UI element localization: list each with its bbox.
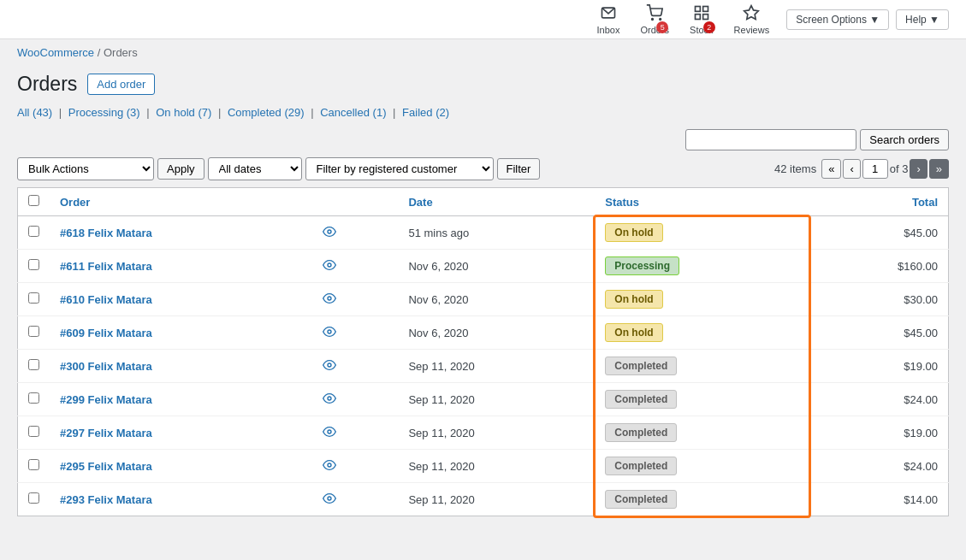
order-link[interactable]: #293 Felix Matara	[60, 493, 152, 506]
eye-icon[interactable]	[323, 495, 336, 508]
date-cell: Sep 11, 2020	[398, 350, 595, 383]
eye-icon[interactable]	[323, 428, 336, 441]
last-page-button[interactable]: »	[929, 159, 949, 179]
filter-completed[interactable]: Completed (29)	[228, 106, 305, 119]
svg-point-13	[328, 397, 331, 400]
eye-cell	[305, 483, 399, 516]
content: Orders Add order All (43) | Processing (…	[0, 73, 966, 533]
order-cell: #300 Felix Matara	[50, 350, 305, 383]
page-title: Orders	[17, 73, 77, 96]
select-all-checkbox[interactable]	[28, 195, 39, 206]
filter-on-hold[interactable]: On hold (7)	[156, 106, 211, 119]
customer-filter-select[interactable]: Filter by registered customer	[305, 157, 494, 180]
filter-cancelled[interactable]: Cancelled (1)	[320, 106, 386, 119]
status-badge: Completed	[605, 457, 677, 475]
filter-failed[interactable]: Failed (2)	[402, 106, 449, 119]
breadcrumb: WooCommerce / Orders	[0, 39, 966, 66]
top-actions: Screen Options ▼ Help ▼	[786, 9, 949, 30]
eye-icon[interactable]	[323, 362, 336, 374]
status-badge: Completed	[605, 357, 677, 375]
eye-icon[interactable]	[323, 228, 336, 241]
help-button[interactable]: Help ▼	[896, 9, 949, 30]
date-cell: Nov 6, 2020	[398, 250, 595, 283]
breadcrumb-woocommerce[interactable]: WooCommerce	[17, 46, 94, 59]
eye-cell	[305, 383, 399, 416]
eye-icon[interactable]	[323, 295, 336, 308]
svg-marker-7	[744, 5, 759, 19]
eye-icon[interactable]	[323, 395, 336, 408]
filter-processing[interactable]: Processing (3)	[68, 106, 140, 119]
row-checkbox[interactable]	[28, 392, 39, 404]
order-cell: #609 Felix Matara	[50, 316, 305, 350]
status-cell: On hold	[595, 316, 809, 350]
reviews-icon-btn[interactable]: Reviews	[734, 4, 770, 35]
search-orders-button[interactable]: Search orders	[860, 129, 949, 150]
row-checkbox[interactable]	[28, 359, 39, 370]
select-all-header[interactable]	[18, 188, 50, 216]
eye-icon[interactable]	[323, 262, 336, 274]
page-input[interactable]	[862, 159, 888, 179]
date-column-header[interactable]: Date	[398, 188, 595, 216]
order-link[interactable]: #300 Felix Matara	[60, 360, 152, 373]
table-row: #611 Felix Matara Nov 6, 2020 Processing…	[18, 250, 949, 283]
row-checkbox[interactable]	[28, 459, 39, 470]
row-checkbox[interactable]	[28, 326, 39, 337]
order-column-header[interactable]: Order	[50, 188, 305, 216]
order-link[interactable]: #299 Felix Matara	[60, 393, 152, 406]
first-page-button[interactable]: «	[821, 159, 841, 179]
status-badge: Completed	[605, 490, 677, 509]
row-checkbox-cell	[18, 283, 50, 316]
table-row: #297 Felix Matara Sep 11, 2020 Completed…	[18, 416, 949, 450]
table-row: #610 Felix Matara Nov 6, 2020 On hold $3…	[18, 283, 949, 316]
status-column-header[interactable]: Status	[595, 188, 809, 216]
eye-icon[interactable]	[323, 462, 336, 475]
date-cell: 51 mins ago	[398, 216, 595, 250]
total-cell: $45.00	[809, 316, 948, 350]
top-bar-icons: Inbox 5 Orders 2 Stock Reviews	[597, 4, 770, 35]
filter-all[interactable]: All (43)	[17, 106, 52, 119]
screen-options-button[interactable]: Screen Options ▼	[786, 9, 889, 30]
dates-select[interactable]: All dates	[208, 157, 302, 180]
add-order-button[interactable]: Add order	[87, 74, 155, 95]
row-checkbox[interactable]	[28, 292, 39, 304]
status-cell: Completed	[595, 416, 809, 450]
next-page-button[interactable]: ›	[910, 159, 927, 179]
row-checkbox[interactable]	[28, 259, 39, 270]
filter-button[interactable]: Filter	[497, 158, 541, 180]
search-input[interactable]	[685, 129, 856, 150]
search-row: Search orders	[17, 129, 949, 150]
date-cell: Nov 6, 2020	[398, 283, 595, 316]
eye-cell	[305, 283, 399, 316]
order-link[interactable]: #609 Felix Matara	[60, 327, 152, 339]
order-link[interactable]: #610 Felix Matara	[60, 293, 152, 306]
inbox-icon-btn[interactable]: Inbox	[597, 4, 620, 35]
reviews-label: Reviews	[734, 25, 770, 35]
total-cell: $24.00	[809, 450, 948, 483]
prev-page-button[interactable]: ‹	[843, 159, 860, 179]
order-link[interactable]: #611 Felix Matara	[60, 260, 152, 273]
date-cell: Sep 11, 2020	[398, 450, 595, 483]
row-checkbox[interactable]	[28, 226, 39, 237]
order-cell: #610 Felix Matara	[50, 283, 305, 316]
svg-point-12	[328, 363, 331, 367]
total-cell: $19.00	[809, 416, 948, 450]
row-checkbox-cell	[18, 383, 50, 416]
row-checkbox[interactable]	[28, 492, 39, 504]
eye-icon[interactable]	[323, 328, 336, 341]
order-link[interactable]: #295 Felix Matara	[60, 460, 152, 473]
stock-icon-btn[interactable]: 2 Stock	[690, 4, 714, 35]
total-column-header[interactable]: Total	[809, 188, 948, 216]
total-cell: $160.00	[809, 250, 948, 283]
order-link[interactable]: #618 Felix Matara	[60, 227, 152, 239]
breadcrumb-separator: /	[98, 46, 101, 59]
svg-rect-5	[703, 14, 708, 19]
toolbar-right: 42 items « ‹ of 3 › »	[774, 159, 949, 179]
bulk-actions-select[interactable]: Bulk Actions	[17, 157, 154, 180]
row-checkbox[interactable]	[28, 426, 39, 437]
svg-point-10	[328, 297, 331, 300]
order-link[interactable]: #297 Felix Matara	[60, 427, 152, 439]
orders-icon-btn[interactable]: 5 Orders	[640, 4, 669, 35]
order-cell: #611 Felix Matara	[50, 250, 305, 283]
total-cell: $19.00	[809, 350, 948, 383]
apply-button[interactable]: Apply	[157, 158, 204, 180]
